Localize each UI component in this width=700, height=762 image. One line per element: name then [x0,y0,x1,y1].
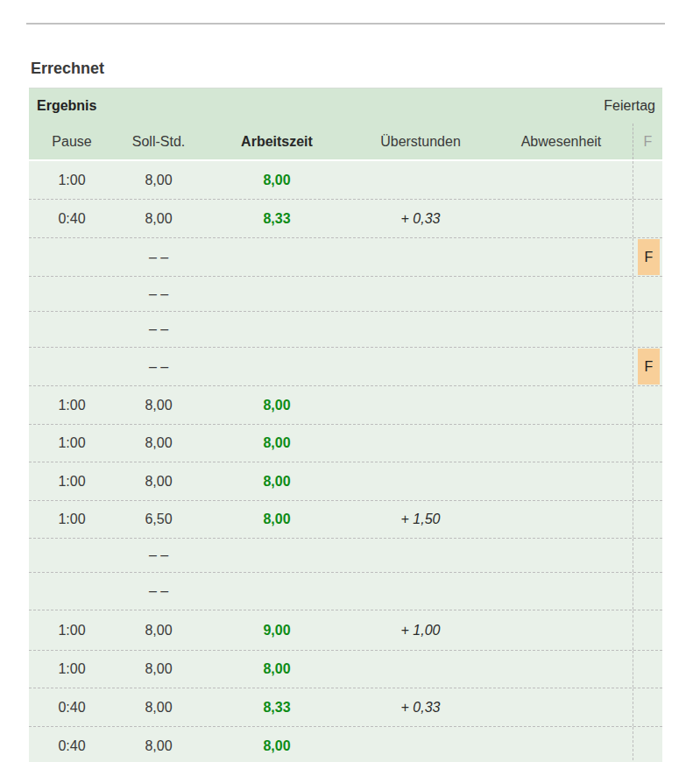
abwesenheit-cell [490,610,633,650]
pause-cell: 1:00 [29,425,115,462]
pause-cell [29,312,115,347]
feiertag-cell [633,651,662,688]
table-row[interactable]: 0:40 8,00 8,33 + 0,33 [29,688,662,726]
abwesenheit-cell [490,425,633,462]
soll-std-cell: 8,00 [115,727,202,762]
pause-cell [29,277,115,311]
feiertag-cell [633,539,662,572]
soll-std-cell: 8,00 [115,688,202,726]
abwesenheit-cell [490,501,633,538]
feiertag-badge: F [638,239,660,275]
arbeitszeit-cell [202,348,351,385]
table-row[interactable]: – – F [29,347,662,385]
table-row[interactable]: 1:00 8,00 8,00 [29,385,662,424]
pause-cell [29,539,115,572]
table-row[interactable]: 1:00 6,50 8,00 + 1,50 [29,500,662,538]
table-row[interactable]: – – [29,276,662,311]
arbeitszeit-cell: 8,00 [202,727,351,762]
feiertag-cell [633,386,662,424]
table-row[interactable]: 1:00 8,00 8,00 [29,424,662,462]
abwesenheit-cell [490,688,633,726]
soll-std-cell: 6,50 [115,501,202,538]
soll-std-cell: 8,00 [115,651,202,688]
table-row[interactable]: 1:00 8,00 8,00 [29,462,662,500]
feiertag-cell [633,727,662,762]
feiertag-cell [633,501,662,538]
arbeitszeit-cell [202,277,351,311]
ueberstunden-cell [351,386,490,424]
ueberstunden-cell [351,312,490,347]
pause-cell: 0:40 [29,688,115,726]
soll-std-cell: – – [115,539,202,572]
ueberstunden-cell: + 1,50 [351,501,490,538]
soll-std-cell: 8,00 [115,462,202,500]
column-header-arbeitszeit: Arbeitszeit [202,123,351,159]
feiertag-cell [633,161,662,199]
column-header-pause: Pause [29,123,115,159]
pause-cell: 1:00 [29,462,115,500]
ueberstunden-cell: + 0,33 [351,200,490,237]
feiertag-cell [633,277,662,311]
arbeitszeit-cell [202,312,351,347]
feiertag-column-caption: Feiertag [604,98,655,114]
ueberstunden-cell [351,277,490,311]
table-row[interactable]: 0:40 8,00 8,00 [29,726,662,762]
ueberstunden-cell [351,462,490,500]
pause-cell: 0:40 [29,200,115,237]
pause-cell: 1:00 [29,386,115,424]
column-header-feiertag: F [633,123,662,159]
pause-cell [29,238,115,276]
table-row[interactable]: – – [29,572,662,610]
table-title: Ergebnis [37,98,96,114]
soll-std-cell: 8,00 [115,386,202,424]
table-row[interactable]: – – F [29,237,662,276]
soll-std-cell: – – [115,238,202,276]
table-row[interactable]: 0:40 8,00 8,33 + 0,33 [29,199,662,237]
soll-std-cell: – – [115,277,202,311]
feiertag-cell: F [633,238,662,276]
arbeitszeit-cell: 8,00 [202,161,351,199]
feiertag-cell [633,200,662,237]
page-title: Errechnet [31,60,104,78]
feiertag-cell [633,688,662,726]
ueberstunden-cell [351,651,490,688]
ueberstunden-cell [351,539,490,572]
ueberstunden-cell: + 1,00 [351,610,490,650]
column-header-soll-std: Soll-Std. [115,123,202,159]
abwesenheit-cell [490,573,633,610]
arbeitszeit-cell: 9,00 [202,610,351,650]
pause-cell: 1:00 [29,610,115,650]
soll-std-cell: – – [115,312,202,347]
arbeitszeit-cell [202,573,351,610]
results-table: Ergebnis Feiertag Pause Soll-Std. Arbeit… [29,88,662,762]
feiertag-cell [633,312,662,347]
soll-std-cell: 8,00 [115,425,202,462]
abwesenheit-cell [490,651,633,688]
table-title-row: Ergebnis Feiertag [29,88,662,123]
table-body: 1:00 8,00 8,00 0:40 8,00 8,33 + 0,33 – –… [29,161,662,762]
table-row[interactable]: – – [29,538,662,572]
table-row[interactable]: 1:00 8,00 8,00 [29,650,662,688]
column-header-row: Pause Soll-Std. Arbeitszeit Überstunden … [29,123,662,159]
column-header-abwesenheit: Abwesenheit [490,123,633,159]
abwesenheit-cell [490,200,633,237]
ueberstunden-cell [351,238,490,276]
soll-std-cell: 8,00 [115,610,202,650]
pause-cell [29,348,115,385]
table-header: Ergebnis Feiertag Pause Soll-Std. Arbeit… [29,88,662,159]
soll-std-cell: 8,00 [115,200,202,237]
soll-std-cell: – – [115,573,202,610]
table-row[interactable]: 1:00 8,00 8,00 [29,161,662,199]
arbeitszeit-cell: 8,33 [202,688,351,726]
arbeitszeit-cell: 8,00 [202,501,351,538]
arbeitszeit-cell: 8,00 [202,651,351,688]
table-row[interactable]: – – [29,311,662,347]
ueberstunden-cell [351,161,490,199]
table-row[interactable]: 1:00 8,00 9,00 + 1,00 [29,610,662,650]
pause-cell: 1:00 [29,161,115,199]
arbeitszeit-cell: 8,00 [202,462,351,500]
column-header-ueberstunden: Überstunden [351,123,490,159]
feiertag-cell [633,610,662,650]
abwesenheit-cell [490,238,633,276]
arbeitszeit-cell: 8,33 [202,200,351,237]
